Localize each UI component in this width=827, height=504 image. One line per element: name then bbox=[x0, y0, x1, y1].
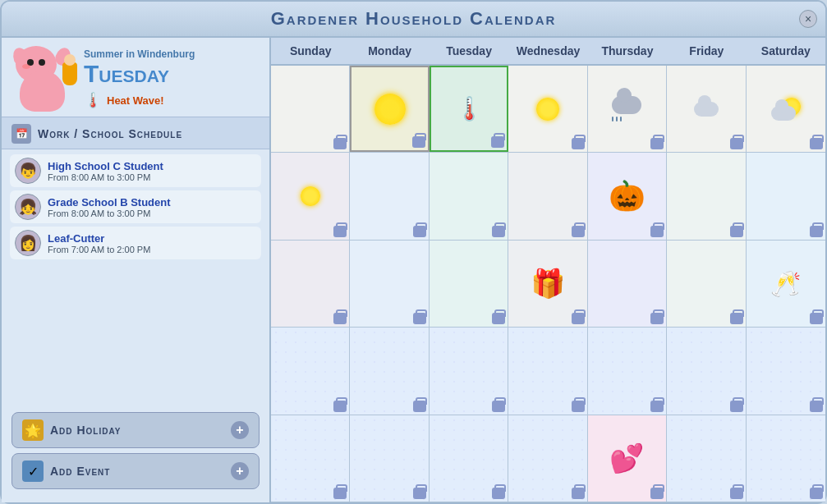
event-icon: ✓ bbox=[22, 460, 44, 482]
cell-r1-wed[interactable] bbox=[508, 66, 587, 152]
add-event-label: Add Event bbox=[50, 465, 110, 478]
person-name-0: High School C Student bbox=[48, 160, 163, 172]
add-holiday-button[interactable]: 🌟 Add Holiday + bbox=[11, 412, 260, 448]
cell-r3-tue[interactable] bbox=[430, 241, 508, 327]
heat-icon: 🌡️ bbox=[84, 91, 102, 109]
suitcase-r5-sat bbox=[810, 488, 823, 499]
suitcase-r2-mon bbox=[413, 226, 426, 237]
cell-r5-fri[interactable] bbox=[667, 415, 746, 502]
cell-r4-tue[interactable] bbox=[430, 328, 508, 414]
cell-r4-thu[interactable] bbox=[588, 328, 667, 414]
schedule-header: 📅 Work / School Schedule bbox=[2, 117, 269, 149]
schedule-icon: 📅 bbox=[11, 124, 31, 144]
cell-r2-sat[interactable] bbox=[747, 153, 825, 239]
avatar-2: 👩 bbox=[15, 230, 41, 256]
avatar-0: 👦 bbox=[15, 158, 41, 184]
add-holiday-plus[interactable]: + bbox=[231, 421, 249, 439]
thermometer-icon: 🌡️ bbox=[455, 95, 484, 122]
cell-r1-mon[interactable] bbox=[350, 66, 429, 152]
main-window: Gardener Household Calendar × bbox=[0, 0, 827, 504]
rain-cloud bbox=[612, 96, 641, 114]
cell-r3-sun[interactable] bbox=[271, 241, 350, 327]
schedule-text-2: Leaf-Cutter From 7:00 AM to 2:00 PM bbox=[48, 232, 150, 254]
suitcase-r5-sun bbox=[333, 488, 347, 499]
suitcase-r5-tue bbox=[492, 488, 505, 499]
cell-r1-tue[interactable]: 🌡️ bbox=[430, 66, 508, 152]
cell-r4-sat[interactable] bbox=[747, 328, 825, 414]
cell-r3-wed[interactable]: 🎁 bbox=[508, 241, 587, 327]
person-name-2: Leaf-Cutter bbox=[48, 232, 150, 245]
drop1 bbox=[612, 117, 613, 121]
cell-r4-fri[interactable] bbox=[667, 328, 746, 414]
cell-r5-sun[interactable] bbox=[271, 415, 350, 502]
suitcase-r4-sat bbox=[810, 401, 823, 412]
gift-icon: 🎁 bbox=[531, 267, 565, 300]
cell-r3-mon[interactable] bbox=[350, 241, 429, 327]
cell-r2-wed[interactable] bbox=[508, 153, 587, 239]
cal-row-5: 💕 bbox=[271, 415, 825, 502]
suitcase-r3-mon bbox=[413, 313, 426, 324]
window-title: Gardener Household Calendar bbox=[15, 8, 812, 30]
heat-wave-label: Heat Wave! bbox=[107, 94, 164, 107]
close-button[interactable]: × bbox=[799, 10, 817, 28]
add-event-plus[interactable]: + bbox=[231, 462, 249, 480]
bottom-buttons: 🌟 Add Holiday + ✓ Add Event + bbox=[2, 405, 269, 496]
current-day-label: Tuesday bbox=[84, 60, 195, 88]
cell-r5-wed[interactable] bbox=[508, 415, 587, 502]
schedule-item-2: 👩 Leaf-Cutter From 7:00 AM to 2:00 PM bbox=[10, 227, 261, 259]
suitcase-r5-thu bbox=[650, 488, 664, 499]
suitcase-r3-sun bbox=[333, 313, 347, 324]
cell-r3-thu[interactable] bbox=[588, 241, 667, 327]
suitcase-r4-fri bbox=[730, 401, 743, 412]
heat-wave-banner: 🌡️ Heat Wave! bbox=[84, 91, 195, 109]
suitcase-r4-tue bbox=[492, 401, 505, 412]
header-monday: Monday bbox=[350, 38, 429, 64]
cell-r2-fri[interactable] bbox=[667, 153, 746, 239]
schedule-item-0: 👦 High School C Student From 8:00 AM to … bbox=[10, 154, 261, 187]
suitcase-r2-fri bbox=[730, 226, 743, 237]
person-schedule-1: From 8:00 AM to 3:00 PM bbox=[48, 208, 171, 218]
person-schedule-2: From 7:00 AM to 2:00 PM bbox=[48, 245, 150, 254]
cell-r1-thu[interactable] bbox=[588, 66, 667, 152]
cornucopia-icon: 🎃 bbox=[609, 179, 646, 213]
mascot-blush bbox=[22, 64, 30, 69]
cell-r4-sun[interactable] bbox=[271, 328, 350, 414]
cell-r3-sat[interactable]: 🥂 bbox=[747, 241, 825, 327]
avatar-1: 👧 bbox=[15, 194, 41, 220]
person-name-1: Grade School B Student bbox=[48, 196, 171, 208]
cell-r2-sun[interactable] bbox=[271, 153, 350, 239]
suitcase-r2-wed bbox=[572, 226, 585, 237]
suitcase-r2-sun bbox=[333, 226, 347, 237]
schedule-text-1: Grade School B Student From 8:00 AM to 3… bbox=[48, 196, 171, 218]
cal-row-1: 🌡️ bbox=[271, 66, 825, 153]
cell-r5-tue[interactable] bbox=[430, 415, 508, 502]
suitcase-icon-mon bbox=[412, 136, 425, 148]
suitcase-r3-fri bbox=[730, 313, 743, 324]
cell-r1-sun[interactable] bbox=[271, 66, 350, 152]
champagne-party-icon: 🥂 bbox=[770, 269, 801, 298]
cell-r5-sat[interactable] bbox=[747, 415, 825, 502]
schedule-title: Work / School Schedule bbox=[38, 127, 182, 140]
cell-r2-tue[interactable] bbox=[430, 153, 508, 239]
calendar-area: Sunday Monday Tuesday Wednesday Thursday… bbox=[271, 38, 825, 502]
suitcase-icon-thu bbox=[650, 138, 664, 149]
mascot-icecream bbox=[62, 62, 77, 85]
cell-r1-fri[interactable] bbox=[667, 66, 746, 152]
cell-r5-mon[interactable] bbox=[350, 415, 429, 502]
cell-r5-thu[interactable]: 💕 bbox=[588, 415, 667, 502]
suitcase-r4-thu bbox=[650, 401, 664, 412]
cell-r3-fri[interactable] bbox=[667, 241, 746, 327]
sun-icon-mon bbox=[374, 94, 406, 125]
add-event-button[interactable]: ✓ Add Event + bbox=[11, 453, 260, 489]
suitcase-r4-sun bbox=[333, 401, 347, 412]
cell-r1-sat[interactable] bbox=[747, 66, 825, 152]
drop3 bbox=[620, 117, 622, 121]
cell-r4-mon[interactable] bbox=[350, 328, 429, 414]
cell-r4-wed[interactable] bbox=[508, 328, 587, 414]
mascot bbox=[11, 46, 77, 112]
header-saturday: Saturday bbox=[747, 38, 825, 64]
cell-r2-thu[interactable]: 🎃 bbox=[588, 153, 667, 239]
cell-r2-mon[interactable] bbox=[350, 153, 429, 239]
cal-row-3: 🎁 🥂 bbox=[271, 241, 825, 328]
cloud-icon-fri bbox=[694, 102, 719, 117]
